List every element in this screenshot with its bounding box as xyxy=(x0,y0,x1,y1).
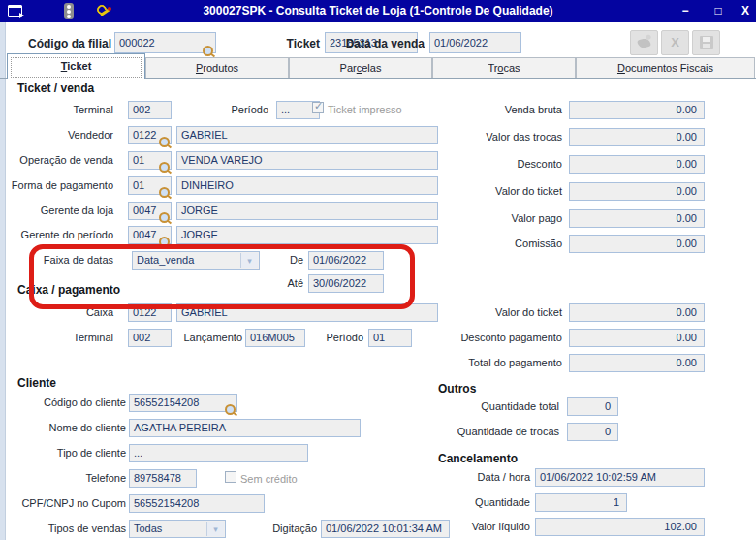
chevron-down-icon[interactable]: ▾ xyxy=(240,253,258,268)
gerente-periodo-label: Gerente do período xyxy=(2,228,113,242)
tab-parcelas[interactable]: Parcelas xyxy=(289,57,432,78)
maximize-icon[interactable]: □ xyxy=(709,3,727,19)
quantidade-total-label: Quantidade total xyxy=(407,399,559,414)
tab-ticket[interactable]: Ticket xyxy=(7,53,145,79)
gerente-periodo-name-field[interactable]: JORGE xyxy=(176,226,438,244)
minimize-icon[interactable]: − xyxy=(677,3,694,19)
ticket-impresso-label: Ticket impresso xyxy=(328,103,415,117)
lookup-icon[interactable] xyxy=(225,404,236,415)
section-cancelamento: Cancelamento xyxy=(438,452,518,465)
delete-button[interactable]: X xyxy=(661,30,689,55)
terminal-field[interactable]: 002 xyxy=(128,101,172,119)
data-hora-label: Data / hora xyxy=(394,470,530,485)
caixa-terminal-label: Terminal xyxy=(2,331,113,345)
save-icon xyxy=(700,36,713,49)
ticket-label: Ticket xyxy=(262,36,320,51)
telefone-label: Telefone xyxy=(2,471,126,486)
periodo-label: Período xyxy=(210,103,268,117)
delete-icon: X xyxy=(662,35,688,49)
valor-trocas-field[interactable]: 0.00 xyxy=(569,128,705,146)
valor-liquido-field[interactable]: 102.00 xyxy=(535,518,705,536)
valor-pago-label: Valor pago xyxy=(426,211,562,226)
valor-pago-field[interactable]: 0.00 xyxy=(569,209,705,228)
venda-bruta-label: Venda bruta xyxy=(426,103,562,117)
venda-bruta-field[interactable]: 0.00 xyxy=(569,101,705,119)
vendedor-label: Vendedor xyxy=(2,128,113,143)
lookup-icon[interactable] xyxy=(159,237,170,247)
tipos-vendas-label: Tipos de vendas xyxy=(2,522,126,536)
section-outros: Outros xyxy=(438,382,476,396)
tab-trocas[interactable]: Trocas xyxy=(432,57,576,78)
caixa-valor-ticket-field[interactable]: 0.00 xyxy=(569,303,705,322)
data-venda-label: Data da venda xyxy=(337,36,425,51)
tab-produtos[interactable]: Produtos xyxy=(145,57,289,78)
valor-liquido-label: Valor líquido xyxy=(394,520,530,534)
de-field[interactable]: 01/06/2022 xyxy=(308,251,384,270)
lookup-icon[interactable] xyxy=(159,137,170,147)
quantidade-trocas-field[interactable]: 0 xyxy=(567,423,618,441)
window-title: 300027SPK - Consulta Ticket de Loja (1-C… xyxy=(0,4,756,17)
tipo-cliente-field[interactable]: ... xyxy=(129,444,308,462)
codigo-filial-label: Código da filial xyxy=(2,36,111,51)
data-hora-field[interactable]: 01/06/2022 10:02:59 AM xyxy=(535,468,705,487)
caixa-valor-ticket-label: Valor do ticket xyxy=(407,305,562,320)
desconto-pagamento-field[interactable]: 0.00 xyxy=(569,329,705,347)
lookup-icon[interactable] xyxy=(159,212,170,223)
total-pagamento-label: Total do pagamento xyxy=(407,356,562,370)
tab-documentos-fiscais[interactable]: Documentos Fiscais xyxy=(576,57,755,78)
caixa-periodo-label: Período xyxy=(305,331,363,345)
ate-label: Até xyxy=(276,276,303,291)
app-window: 300027SPK - Consulta Ticket de Loja (1-C… xyxy=(0,0,756,540)
caixa-terminal-field[interactable]: 002 xyxy=(128,329,172,347)
nome-cliente-field[interactable]: AGATHA PEREIRA xyxy=(129,419,361,437)
gerente-loja-name-field[interactable]: JORGE xyxy=(176,202,438,220)
forma-pagamento-label: Forma de pagamento xyxy=(2,178,113,193)
tipos-vendas-select[interactable]: Todas ▾ xyxy=(129,520,226,538)
process-button[interactable] xyxy=(630,30,658,55)
quantidade-total-field[interactable]: 0 xyxy=(567,397,618,416)
save-button[interactable] xyxy=(692,30,720,55)
caixa-label: Caixa xyxy=(2,305,113,320)
quantidade-trocas-label: Quantidade de trocas xyxy=(407,425,559,439)
cpf-cnpj-field[interactable]: 56552154208 xyxy=(129,494,265,513)
digitacao-label: Digitação xyxy=(233,522,317,536)
close-icon[interactable]: X xyxy=(737,3,754,19)
process-icon xyxy=(637,38,651,49)
total-pagamento-field[interactable]: 0.00 xyxy=(569,354,705,372)
caixa-periodo-field[interactable]: 01 xyxy=(368,329,412,347)
caixa-name-field[interactable]: GABRIEL xyxy=(176,303,438,322)
telefone-field[interactable]: 89758478 xyxy=(129,469,197,488)
data-venda-field[interactable]: 01/06/2022 xyxy=(429,32,521,53)
operacao-venda-label: Operação de venda xyxy=(2,153,113,168)
tab-strip: Ticket Produtos Parcelas Trocas Document… xyxy=(0,55,756,79)
operacao-venda-name-field[interactable]: VENDA VAREJO xyxy=(176,151,438,170)
de-label: De xyxy=(281,253,303,268)
lookup-icon[interactable] xyxy=(159,162,170,173)
faixa-datas-select[interactable]: Data_venda ▾ xyxy=(132,251,260,270)
ticket-impresso-checkbox[interactable]: ✓ xyxy=(312,102,324,113)
lookup-icon[interactable] xyxy=(159,187,170,198)
valor-ticket-field[interactable]: 0.00 xyxy=(569,182,705,201)
chevron-down-icon[interactable]: ▾ xyxy=(206,522,224,536)
window-frame-left xyxy=(0,22,6,540)
gerente-loja-label: Gerente da loja xyxy=(2,204,113,218)
codigo-cliente-label: Código do cliente xyxy=(2,396,126,410)
lookup-icon[interactable] xyxy=(203,46,213,56)
check-icon: ✓ xyxy=(314,100,323,112)
section-ticket-venda: Ticket / venda xyxy=(17,81,94,95)
vendedor-name-field[interactable]: GABRIEL xyxy=(176,126,438,144)
forma-pagamento-name-field[interactable]: DINHEIRO xyxy=(176,176,438,195)
caixa-code-field[interactable]: 0122 xyxy=(128,303,172,322)
codigo-cliente-field[interactable]: 56552154208 xyxy=(129,394,237,412)
desconto-field[interactable]: 0.00 xyxy=(569,155,705,174)
title-bar: 300027SPK - Consulta Ticket de Loja (1-C… xyxy=(0,0,756,22)
cancelamento-quantidade-label: Quantidade xyxy=(394,495,530,510)
codigo-filial-field[interactable]: 000022 xyxy=(114,32,216,53)
ate-field[interactable]: 30/06/2022 xyxy=(308,274,384,293)
lancamento-field[interactable]: 016M005 xyxy=(245,329,305,347)
comissao-field[interactable]: 0.00 xyxy=(569,235,705,253)
cancelamento-quantidade-field[interactable]: 1 xyxy=(535,493,627,512)
faixa-datas-label: Faixa de datas xyxy=(2,253,113,268)
sem-credito-checkbox[interactable] xyxy=(225,471,236,483)
nome-cliente-label: Nome do cliente xyxy=(2,421,126,435)
